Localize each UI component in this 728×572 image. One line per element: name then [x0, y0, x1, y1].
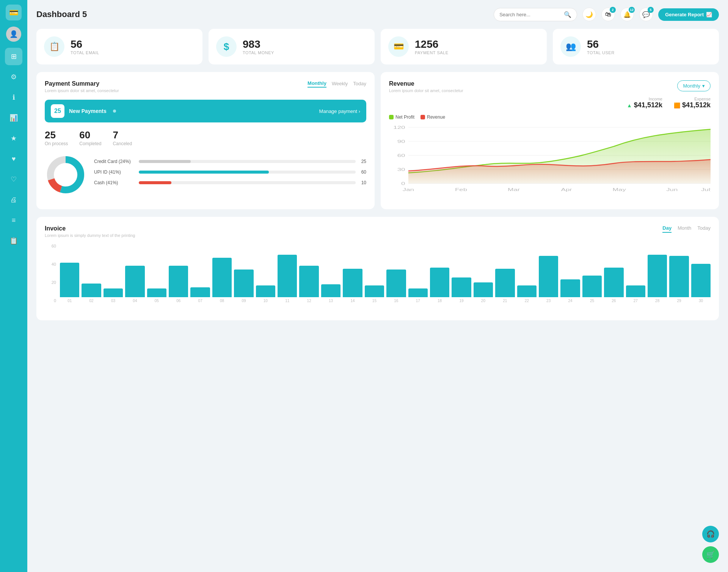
bar-x-label: 20 — [481, 299, 485, 303]
bar-col-24: 24 — [560, 279, 580, 303]
message-notification[interactable]: 💬 5 — [639, 8, 653, 21]
on-process-value: 25 — [45, 129, 68, 141]
y-label-60: 60 — [52, 244, 56, 248]
bar-rect — [147, 288, 166, 297]
bar-x-label: 01 — [67, 299, 72, 303]
income-label: Income — [627, 97, 662, 101]
search-input[interactable] — [499, 12, 561, 17]
invoice-title-group: Invoice Lorem ipsum is simply dummy text… — [45, 225, 135, 238]
bell-notification[interactable]: 🔔 12 — [620, 8, 634, 21]
tab-today[interactable]: Today — [353, 81, 366, 87]
page-title: Dashboard 5 — [36, 9, 87, 19]
generate-report-button[interactable]: Generate Report 📈 — [658, 8, 719, 21]
theme-toggle[interactable]: 🌙 — [582, 8, 596, 21]
stat-card-email-content: 56 TOTAL EMAIL — [71, 38, 99, 55]
income-value: ▲ $41,512k — [627, 101, 662, 109]
bar-x-label: 08 — [220, 299, 224, 303]
sidebar-item-list[interactable]: ≡ — [5, 212, 22, 229]
bar-rect — [539, 256, 558, 297]
sidebar-avatar[interactable]: 👤 — [6, 27, 21, 42]
moon-icon: 🌙 — [585, 11, 593, 18]
svg-text:Feb: Feb — [455, 187, 467, 192]
user-icon: 👥 — [560, 36, 581, 57]
bar-rect — [626, 285, 645, 297]
sidebar-item-heart-outline[interactable]: ♡ — [5, 171, 22, 188]
search-box[interactable]: 🔍 — [494, 8, 577, 21]
new-payments-dot — [113, 110, 116, 113]
bar-col-15: 15 — [365, 285, 384, 303]
payment-summary-title: Payment Summary — [45, 80, 119, 87]
svg-text:30: 30 — [397, 167, 405, 172]
tab-weekly[interactable]: Weekly — [332, 81, 348, 87]
email-label: TOTAL EMAIL — [71, 50, 99, 55]
bar-col-23: 23 — [539, 256, 558, 303]
credit-card-value: 25 — [359, 159, 366, 164]
bar-col-9: 09 — [234, 270, 253, 303]
sidebar-item-settings[interactable]: ⚙ — [5, 68, 22, 86]
sidebar-item-info[interactable]: ℹ — [5, 89, 22, 106]
invoice-tab-day[interactable]: Day — [662, 225, 672, 233]
topbar: Dashboard 5 🔍 🌙 🛍 2 🔔 12 💬 5 Gen — [36, 8, 719, 21]
fab-container: 🎧 🛒 — [702, 526, 719, 563]
bar-rect — [190, 287, 210, 297]
bar-rect — [256, 285, 275, 297]
bar-rect — [234, 270, 253, 297]
bar-rect — [604, 268, 623, 297]
sidebar-item-star[interactable]: ★ — [5, 130, 22, 147]
invoice-tab-month[interactable]: Month — [678, 225, 691, 233]
y-label-40: 40 — [52, 262, 56, 266]
chevron-down-icon: ▾ — [702, 83, 705, 89]
svg-text:Jun: Jun — [666, 187, 678, 192]
sidebar-item-dashboard[interactable]: ⊞ — [5, 48, 22, 65]
shop-badge: 2 — [610, 7, 616, 13]
stat-card-money-content: 983 TOTAL MONEY — [243, 38, 274, 55]
revenue-panel: Revenue Lorem ipsum dolor sit amet, cons… — [381, 72, 719, 209]
sidebar-item-print[interactable]: 🖨 — [5, 191, 22, 208]
invoice-tab-today[interactable]: Today — [697, 225, 711, 233]
stat-canceled: 7 Canceled — [113, 129, 132, 146]
payment-summary-title-group: Payment Summary Lorem ipsum dolor sit am… — [45, 80, 119, 93]
invoice-bars-inner: 01 02 03 04 05 06 07 08 09 10 — [60, 244, 711, 303]
bar-x-label: 04 — [133, 299, 137, 303]
bar-col-16: 16 — [386, 270, 406, 303]
tab-monthly[interactable]: Monthly — [308, 80, 326, 88]
svg-text:60: 60 — [397, 153, 405, 158]
stat-card-payment-content: 1256 PAYMENT SALE — [415, 38, 449, 55]
cart-fab[interactable]: 🛒 — [702, 546, 719, 563]
y-label-0: 0 — [54, 298, 56, 303]
money-icon: $ — [216, 36, 237, 57]
invoice-y-axis: 60 40 20 0 — [45, 244, 58, 303]
payment-label: PAYMENT SALE — [415, 50, 449, 55]
revenue-monthly-dropdown[interactable]: Monthly ▾ — [677, 80, 711, 91]
income-expense-row: Income ▲ $41,512k Expense 🟧 $41,512k — [389, 97, 711, 109]
bar-rect — [452, 277, 471, 297]
bar-x-label: 09 — [242, 299, 246, 303]
manage-payment-link[interactable]: Manage payment › — [319, 108, 360, 114]
shop-notification[interactable]: 🛍 2 — [601, 8, 615, 21]
sidebar-item-chart[interactable]: 📊 — [5, 109, 22, 127]
bar-x-label: 18 — [438, 299, 442, 303]
svg-text:Jan: Jan — [403, 187, 414, 192]
bar-x-label: 13 — [329, 299, 333, 303]
bar-rect — [60, 263, 79, 297]
bar-col-27: 27 — [626, 285, 645, 303]
sidebar-item-doc[interactable]: 📋 — [5, 232, 22, 249]
support-fab[interactable]: 🎧 — [702, 526, 719, 542]
bar-x-label: 15 — [372, 299, 377, 303]
canceled-value: 7 — [113, 129, 132, 141]
sidebar-item-heart-filled[interactable]: ♥ — [5, 150, 22, 168]
bar-x-label: 27 — [634, 299, 638, 303]
bar-rect — [560, 279, 580, 297]
bar-col-1: 01 — [60, 263, 79, 303]
bell-badge: 12 — [629, 7, 635, 13]
message-badge: 5 — [648, 7, 654, 13]
upi-value: 60 — [359, 169, 366, 175]
invoice-panel: Invoice Lorem ipsum is simply dummy text… — [36, 217, 719, 320]
sidebar-logo[interactable]: 💳 — [6, 5, 22, 20]
payment-methods: Credit Card (24%) 25 UPI ID (41%) 60 — [45, 154, 366, 196]
svg-text:120: 120 — [393, 125, 405, 130]
expense-label: Expense — [674, 97, 711, 101]
stat-on-process: 25 On process — [45, 129, 68, 146]
main-content: Dashboard 5 🔍 🌙 🛍 2 🔔 12 💬 5 Gen — [27, 0, 728, 572]
bar-x-label: 21 — [503, 299, 507, 303]
